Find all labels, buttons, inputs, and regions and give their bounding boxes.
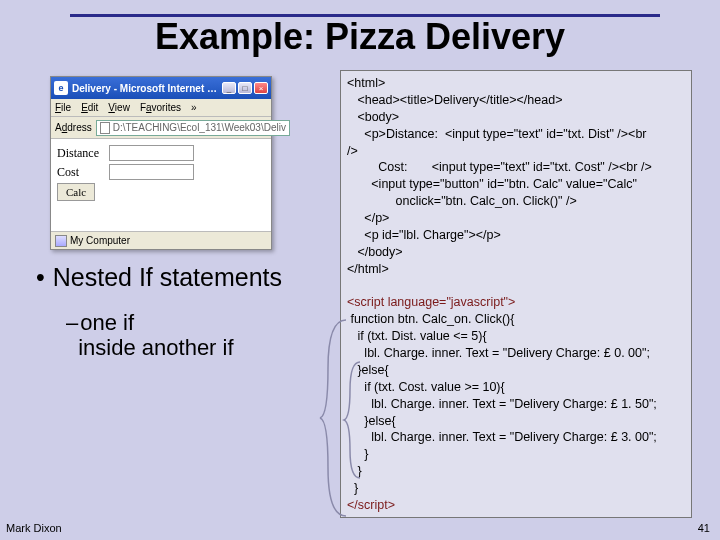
bullet-main: Nested If statements — [53, 264, 282, 292]
close-icon: × — [254, 82, 268, 94]
maximize-icon: □ — [238, 82, 252, 94]
address-bar: Address D:\TEACHING\Ecol_131\Week03\Deli… — [51, 117, 271, 139]
cost-input — [109, 164, 194, 180]
menu-view: View — [108, 102, 130, 113]
status-text: My Computer — [70, 235, 130, 246]
window-titlebar: e Delivery - Microsoft Internet … _ □ × — [51, 77, 271, 99]
distance-label: Distance — [57, 146, 109, 161]
minimize-icon: _ — [222, 82, 236, 94]
menu-file: File — [55, 102, 71, 113]
slide-title: Example: Pizza Delivery — [0, 16, 720, 58]
inner-brace — [342, 360, 362, 480]
menu-edit: Edit — [81, 102, 98, 113]
bullet-list: • Nested If statements –one if inside an… — [36, 264, 316, 360]
menu-bar: File Edit View Favorites » — [51, 99, 271, 117]
window-title: Delivery - Microsoft Internet … — [72, 83, 218, 94]
footer-author: Mark Dixon — [6, 522, 62, 534]
cost-label: Cost — [57, 165, 109, 180]
bullet-sub-line2: inside another if — [78, 335, 233, 360]
page-content: Distance Cost Calc — [51, 139, 271, 231]
address-label: Address — [55, 122, 92, 133]
ie-icon: e — [54, 81, 68, 95]
bullet-dash: – — [66, 310, 78, 335]
code-html: <html> <head><title>Delivery</title></he… — [347, 76, 652, 276]
distance-input — [109, 145, 194, 161]
address-value: D:\TEACHING\Ecol_131\Week03\Deliv — [113, 122, 286, 133]
calc-button: Calc — [57, 183, 95, 201]
bullet-dot: • — [36, 264, 45, 292]
footer-page-number: 41 — [698, 522, 710, 534]
document-icon — [100, 122, 110, 134]
code-script-body: function btn. Calc_on. Click(){ if (txt.… — [347, 312, 657, 495]
status-bar: My Computer — [51, 231, 271, 249]
computer-icon — [55, 235, 67, 247]
code-script-open: <script language="javascript"> — [347, 295, 515, 309]
code-box: <html> <head><title>Delivery</title></he… — [340, 70, 692, 518]
bullet-sub-line1: one if — [80, 310, 134, 335]
code-script-close: </script> — [347, 498, 395, 512]
menu-more: » — [191, 102, 197, 113]
browser-screenshot: e Delivery - Microsoft Internet … _ □ × … — [50, 76, 272, 250]
menu-favorites: Favorites — [140, 102, 181, 113]
address-field: D:\TEACHING\Ecol_131\Week03\Deliv — [96, 120, 290, 136]
